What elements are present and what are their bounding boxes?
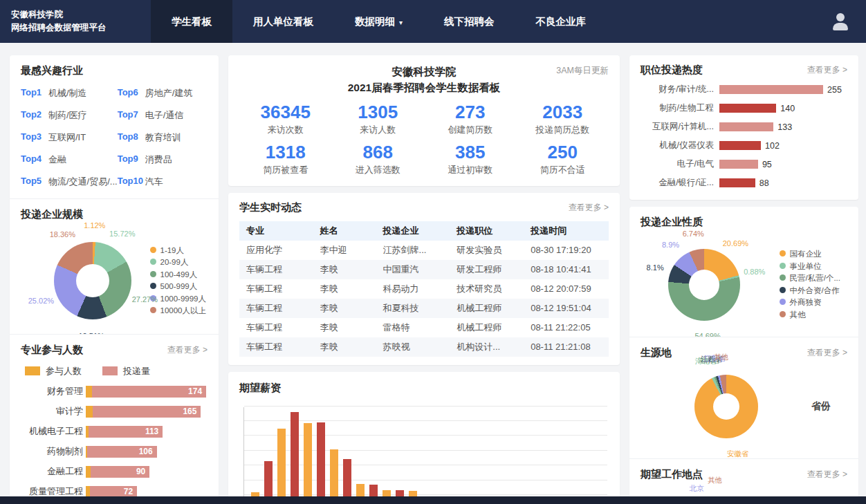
table-row[interactable]: 车辆工程李映苏映视机构设计...08-11 21:21:08	[239, 337, 609, 357]
donut-label: 1.12%	[84, 221, 105, 230]
table-row[interactable]: 车辆工程李映和夏科技机械工程师08-12 19:51:04	[239, 299, 609, 318]
table-header-cell: 专业	[239, 221, 313, 241]
company-scale-donut: 1.12%15.72%27.27%12.51%25.02%18.36%	[54, 242, 131, 319]
nav-item-4[interactable]: 线下招聘会	[423, 0, 515, 43]
legend-item: 民营/私营/个...	[780, 272, 840, 285]
heat-row: 电子/电气95	[641, 158, 847, 170]
table-cell: 科易动力	[376, 279, 450, 299]
legend-dot	[780, 263, 786, 269]
rank-label: Top5	[21, 176, 48, 188]
nav-item-2[interactable]: 用人单位看板	[232, 0, 334, 43]
work-location-title: 期望工作地点	[641, 468, 703, 481]
industry-name: 电子/通信	[145, 109, 184, 122]
section-origin: 生源地 查看更多 > 安徽省河北省湖南省江西省江苏省其他 省份	[629, 337, 858, 458]
donut-label: 8.1%	[647, 263, 664, 272]
heat-value: 88	[759, 178, 769, 188]
table-cell: 研发实验员	[450, 241, 524, 260]
legend-participants: 参与人数	[25, 365, 82, 377]
rank-label: Top6	[118, 87, 145, 100]
participants-swatch	[25, 366, 40, 375]
origin-more-link[interactable]: 查看更多 >	[807, 347, 847, 359]
heat-value: 102	[765, 141, 780, 151]
stat-cell: 385通过初审数	[424, 142, 517, 176]
job-heat-card: 职位投递热度 查看更多 > 财务/审计/统...255制药/生物工程140互联网…	[629, 55, 858, 200]
legend-dot	[780, 299, 786, 305]
nav-item-5[interactable]: 不良企业库	[515, 0, 607, 43]
user-avatar-icon[interactable]	[831, 12, 849, 30]
gridline	[244, 406, 607, 407]
logo-line2: 网络招聘会数据管理平台	[11, 21, 140, 35]
job-heat-more-link[interactable]: 查看更多 >	[807, 64, 847, 76]
table-row[interactable]: 车辆工程李映中国重汽研发工程师08-18 10:41:41	[239, 260, 609, 279]
applications-bar-segment: 106	[87, 446, 157, 458]
major-bar: 174	[86, 386, 206, 398]
salary-bar	[251, 492, 259, 496]
donut-label: 北京	[690, 484, 704, 494]
update-note: 3AM每日更新	[556, 65, 609, 77]
table-row[interactable]: 应用化学李中迎江苏剑牌...研发实验员08-30 17:19:20	[239, 241, 609, 260]
donut-label: 15.72%	[109, 230, 135, 238]
legend-item: 100-499人	[150, 269, 207, 281]
stat-value: 868	[332, 142, 425, 163]
legend-dot	[780, 274, 786, 281]
industry-name: 机械/制造	[48, 87, 87, 100]
stat-cell: 868进入筛选数	[332, 142, 425, 176]
section-company-nature: 投递企业性质 20.69%0.88%54.69%8.1%8.9%6.74% 国有…	[629, 207, 858, 337]
heat-bar	[719, 122, 773, 131]
donut-label: 其他	[708, 476, 722, 485]
heat-label: 财务/审计/统...	[641, 84, 714, 95]
industry-name: 金融	[48, 153, 66, 166]
majors-title: 专业参与人数	[21, 344, 83, 357]
stat-value: 1318	[239, 142, 332, 163]
majors-more-link[interactable]: 查看更多 >	[167, 344, 208, 356]
stat-cell: 2033投递简历总数	[517, 102, 609, 136]
industry-rank-item: Top8教育培训	[118, 131, 208, 144]
stat-value: 250	[517, 142, 609, 163]
heat-label: 金融/银行/证...	[641, 177, 714, 189]
legend-item: 1-19人	[150, 245, 207, 257]
heat-row: 互联网/计算机...133	[641, 121, 847, 133]
origin-legend-title: 省份	[811, 400, 831, 413]
nav-item-3[interactable]: 数据明细▾	[334, 0, 423, 43]
left-column: 最感兴趣行业 Top1机械/制造Top2制药/医疗Top3互联网/ITTop4金…	[10, 55, 219, 496]
table-row[interactable]: 车辆工程李映科易动力技术研究员08-12 20:07:59	[239, 279, 609, 299]
top-navbar: 安徽科技学院 网络招聘会数据管理平台 学生看板用人单位看板数据明细▾线下招聘会不…	[0, 0, 866, 43]
dashboard-title: 安徽科技学院 2021届春季招聘会学生数据看板	[239, 64, 609, 96]
realtime-more-link[interactable]: 查看更多 >	[569, 202, 609, 214]
legend-applications: 投递量	[102, 365, 150, 377]
industry-rank-item: Top7电子/通信	[118, 109, 208, 122]
participants-bar-segment	[86, 406, 93, 418]
table-cell: 08-30 17:19:20	[524, 241, 609, 260]
work-location-more-link[interactable]: 查看更多 >	[807, 469, 847, 480]
applications-bar-segment: 174	[92, 386, 207, 398]
salary-bar	[343, 459, 351, 496]
rank-label: Top1	[21, 87, 48, 100]
legend-item: 10000人以上	[150, 305, 207, 317]
heat-label: 电子/电气	[641, 158, 714, 170]
section-major-participation: 专业参与人数 查看更多 > 参与人数 投递量 财务管理174审计学165机械电子…	[10, 334, 219, 496]
rank-label: Top10	[118, 176, 145, 188]
applications-bar-segment: 165	[93, 406, 201, 418]
origin-title: 生源地	[641, 346, 672, 360]
major-bar: 165	[86, 406, 201, 418]
majors-bar-chart: 财务管理174审计学165机械电子工程113药物制剂106金融工程90质量管理工…	[21, 385, 208, 496]
industry-name: 物流/交通/贸易/...	[48, 176, 118, 188]
major-row: 质量管理工程72	[21, 485, 208, 496]
realtime-card: 学生实时动态 查看更多 > 专业姓名投递企业投递职位投递时间应用化学李中迎江苏剑…	[228, 193, 620, 365]
majors-legend: 参与人数 投递量	[25, 365, 208, 377]
major-row: 审计学165	[21, 405, 208, 418]
table-cell: 车辆工程	[239, 279, 313, 299]
industry-name: 汽车	[145, 176, 163, 188]
table-cell: 车辆工程	[239, 337, 313, 357]
salary-bar	[356, 484, 365, 496]
table-row[interactable]: 车辆工程李映雷格特机械工程师08-11 21:22:05	[239, 318, 609, 337]
applications-bar-segment: 113	[89, 426, 163, 438]
table-cell: 雷格特	[376, 318, 450, 337]
stat-label: 简历被查看	[239, 164, 332, 176]
nav-item-1[interactable]: 学生看板	[151, 0, 232, 43]
right-panel-card: 投递企业性质 20.69%0.88%54.69%8.1%8.9%6.74% 国有…	[629, 207, 858, 496]
stat-cell: 250简历不合适	[517, 142, 609, 176]
table-cell: 机械工程师	[450, 318, 524, 337]
heat-row: 机械/仪器仪表102	[641, 140, 847, 151]
applications-bar-segment: 90	[91, 466, 150, 478]
